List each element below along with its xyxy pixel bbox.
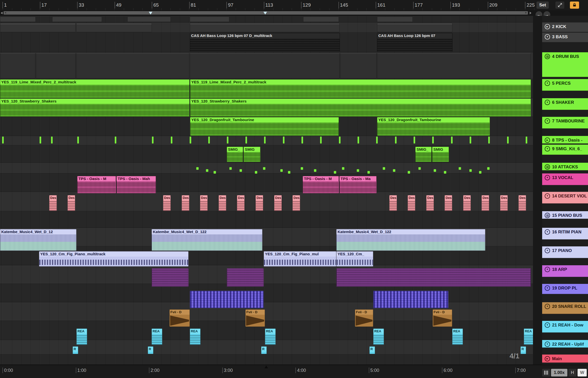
track-header-4-drum-bus[interactable]: 4 DRUM BUS bbox=[542, 52, 588, 77]
track-header-17-piano[interactable]: ▼17 PIANO bbox=[542, 246, 588, 258]
audio-clip[interactable]: YES_120_Cm_Fig_Piano_multitrack bbox=[39, 251, 189, 267]
audio-clip[interactable] bbox=[0, 17, 36, 22]
tps-tick-clip[interactable] bbox=[339, 136, 341, 144]
attack-tick-clip[interactable] bbox=[255, 171, 257, 174]
meter-icon[interactable] bbox=[542, 369, 550, 376]
tps-tick-clip[interactable] bbox=[208, 136, 210, 144]
track-header-10-attacks[interactable]: 10 ATTACKS bbox=[542, 163, 588, 170]
track-header-18-arp[interactable]: ▼18 ARP bbox=[542, 265, 588, 277]
reah-uplifter-clip[interactable]: R bbox=[520, 346, 526, 354]
arrangement[interactable]: 4/1 CAS AH Bass Loop 126 bpm 07 D_multit… bbox=[0, 16, 533, 365]
tps-tick-clip[interactable] bbox=[507, 136, 509, 144]
audio-clip[interactable]: Fvii - D bbox=[245, 309, 265, 327]
audio-clip[interactable]: Fvii - D bbox=[433, 309, 452, 327]
desert-violin-clip[interactable]: Des bbox=[182, 195, 189, 211]
desert-violin-clip[interactable]: Des bbox=[256, 195, 263, 211]
audio-clip[interactable]: CAS AH Bass Loop 126 bpm 07 D_multitrack bbox=[190, 33, 340, 52]
tps-tick-clip[interactable] bbox=[245, 136, 247, 144]
desert-violin-clip[interactable]: Des bbox=[518, 195, 526, 211]
attack-tick-clip[interactable] bbox=[196, 167, 199, 170]
chevron-down-icon[interactable]: ▼ bbox=[545, 285, 550, 291]
audio-clip[interactable] bbox=[0, 53, 35, 79]
reah-uplifter-clip[interactable]: R bbox=[369, 346, 375, 354]
audio-clip[interactable]: TPS - Oasis - M bbox=[303, 176, 339, 193]
tps-tick-clip[interactable] bbox=[39, 136, 41, 144]
locator-marker[interactable] bbox=[263, 12, 267, 15]
bus-icon[interactable] bbox=[545, 54, 550, 59]
audio-clip[interactable] bbox=[336, 268, 531, 287]
audio-clip[interactable] bbox=[76, 23, 152, 32]
audio-clip[interactable]: YES_120_Cm_Fig_Piano_mul bbox=[264, 251, 336, 267]
desert-violin-clip[interactable]: Des bbox=[408, 195, 415, 211]
desert-violin-clip[interactable]: Des bbox=[292, 195, 300, 211]
audio-clip[interactable]: SMIG bbox=[432, 147, 449, 162]
chevron-down-icon[interactable]: ▼ bbox=[545, 193, 550, 199]
audio-clip[interactable] bbox=[190, 17, 229, 22]
desert-violin-clip[interactable]: Des bbox=[237, 195, 245, 211]
desert-violin-clip[interactable]: Des bbox=[68, 195, 75, 211]
desert-violin-clip[interactable]: Des bbox=[49, 195, 57, 211]
tps-tick-clip[interactable] bbox=[264, 136, 266, 144]
attack-tick-clip[interactable] bbox=[213, 171, 216, 174]
audio-clip[interactable] bbox=[190, 23, 340, 32]
audio-clip[interactable] bbox=[340, 53, 377, 79]
tps-tick-clip[interactable] bbox=[470, 136, 471, 144]
track-header-15-piano-bus[interactable]: 15 PIANO BUS bbox=[542, 211, 588, 219]
height-zoom-button[interactable]: H bbox=[568, 369, 577, 376]
track-header-16-ritim-pian[interactable]: ▼16 RITIM PIAN bbox=[542, 228, 588, 240]
attack-tick-clip[interactable] bbox=[288, 171, 290, 174]
audio-clip[interactable] bbox=[190, 291, 264, 308]
reah-down-clip[interactable]: REA bbox=[190, 329, 201, 345]
desert-violin-clip[interactable]: Des bbox=[500, 195, 508, 211]
attack-tick-clip[interactable] bbox=[383, 167, 385, 170]
desert-violin-clip[interactable]: Des bbox=[463, 195, 471, 211]
audio-clip[interactable]: YES_120_Strawberry_Shakers bbox=[190, 98, 531, 117]
tps-tick-clip[interactable] bbox=[2, 136, 4, 144]
fullscreen-icon[interactable] bbox=[555, 2, 564, 9]
audio-clip[interactable] bbox=[190, 53, 340, 79]
audio-clip[interactable] bbox=[377, 53, 531, 79]
tps-tick-clip[interactable] bbox=[395, 136, 397, 144]
track-header-6-shaker[interactable]: ▼6 SHAKER bbox=[542, 98, 588, 110]
audio-clip[interactable]: SMIG_ bbox=[227, 147, 243, 162]
audio-clip[interactable] bbox=[127, 17, 171, 22]
track-header-21-reah-dow[interactable]: ▼21 REAH - Dow bbox=[542, 321, 588, 333]
bar-ruler[interactable]: 1173349658197113129145161177193209225 bbox=[0, 0, 588, 10]
scroll-right-icon[interactable] bbox=[530, 12, 531, 14]
attack-tick-clip[interactable] bbox=[487, 167, 490, 170]
reah-uplifter-clip[interactable]: R bbox=[73, 346, 78, 354]
attack-tick-clip[interactable] bbox=[469, 169, 472, 172]
audio-clip[interactable] bbox=[152, 268, 189, 287]
chevron-down-icon[interactable]: ▼ bbox=[545, 342, 550, 347]
desert-violin-clip[interactable]: Des bbox=[445, 195, 452, 211]
audio-clip[interactable] bbox=[303, 17, 339, 22]
audio-clip[interactable]: Katembe_Music4_Wet_D_122 bbox=[152, 229, 262, 251]
tps-tick-clip[interactable] bbox=[320, 136, 322, 144]
chevron-down-icon[interactable]: ▼ bbox=[545, 267, 550, 272]
audio-clip[interactable]: YES_119_Lime_Mixed_Perc_2_multitrack bbox=[0, 79, 190, 98]
reah-uplifter-clip[interactable]: R bbox=[261, 346, 267, 354]
audio-clip[interactable] bbox=[36, 53, 76, 79]
audio-clip[interactable]: Katembe_Music4_Wet_D_122 bbox=[336, 229, 485, 251]
audio-clip[interactable]: TPS - Oasis - Ma bbox=[339, 176, 377, 193]
audio-clip[interactable]: SMIG_ bbox=[415, 147, 432, 162]
lock-icon[interactable] bbox=[570, 2, 579, 9]
tps-tick-clip[interactable] bbox=[526, 136, 527, 144]
width-zoom-button[interactable]: W bbox=[578, 369, 587, 376]
tps-tick-clip[interactable] bbox=[152, 136, 154, 144]
tps-tick-clip[interactable] bbox=[376, 136, 378, 144]
attack-tick-clip[interactable] bbox=[342, 167, 344, 170]
attack-tick-clip[interactable] bbox=[393, 169, 395, 172]
track-header-9-smig-kit-6[interactable]: ▼9 SMIG_Kit_6_ bbox=[542, 145, 588, 155]
audio-clip[interactable] bbox=[52, 17, 102, 22]
audio-clip[interactable]: TPS - Oasis - M bbox=[77, 176, 116, 193]
attack-tick-clip[interactable] bbox=[357, 169, 359, 172]
track-header-8-tps-oasis[interactable]: ▶8 TPS - Oasis - bbox=[542, 136, 588, 144]
chevron-down-icon[interactable]: ▼ bbox=[545, 146, 550, 152]
tps-tick-clip[interactable] bbox=[190, 136, 191, 144]
chevron-down-icon[interactable]: ▼ bbox=[545, 81, 550, 86]
desert-violin-clip[interactable]: Des bbox=[482, 195, 489, 211]
reah-down-clip[interactable]: REA bbox=[265, 329, 276, 345]
attack-tick-clip[interactable] bbox=[408, 171, 410, 174]
audio-clip[interactable]: TPS - Oasis - Mah bbox=[116, 176, 156, 193]
